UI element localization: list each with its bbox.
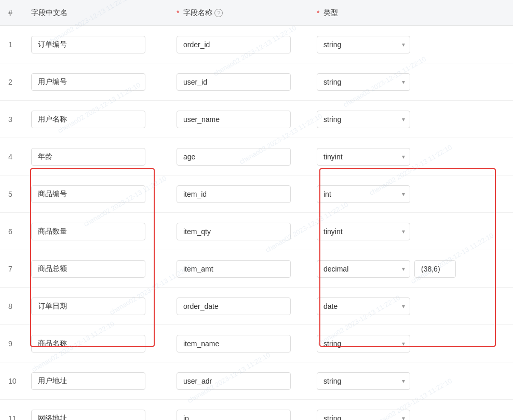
row-index: 1 bbox=[0, 40, 26, 49]
chinese-name-input[interactable] bbox=[31, 148, 145, 166]
type-select-wrapper: stringinttinyintdecimaldate▾ bbox=[317, 335, 410, 353]
field-name-input[interactable] bbox=[177, 73, 291, 91]
field-name-input[interactable] bbox=[177, 335, 291, 353]
type-cell: stringinttinyintdecimaldate▾ bbox=[312, 185, 513, 203]
table-header: # 字段中文名 * 字段名称 ? * 类型 bbox=[0, 0, 513, 26]
type-cell: stringinttinyintdecimaldate▾ bbox=[312, 36, 513, 53]
row-index: 3 bbox=[0, 115, 26, 124]
row-index: 5 bbox=[0, 190, 26, 198]
type-select[interactable]: stringinttinyintdecimaldate bbox=[317, 410, 410, 421]
field-name-cell bbox=[171, 372, 312, 390]
type-cell: stringinttinyintdecimaldate▾ bbox=[312, 111, 513, 128]
chinese-name-input[interactable] bbox=[31, 410, 145, 421]
table-row: 6stringinttinyintdecimaldate▾ bbox=[0, 213, 513, 250]
type-select[interactable]: stringinttinyintdecimaldate bbox=[317, 223, 410, 240]
type-select[interactable]: stringinttinyintdecimaldate bbox=[317, 335, 410, 353]
type-select[interactable]: stringinttinyintdecimaldate bbox=[317, 111, 410, 128]
table-row: 9stringinttinyintdecimaldate▾ bbox=[0, 325, 513, 362]
table-row: 7stringinttinyintdecimaldate▾ bbox=[0, 250, 513, 288]
table-row: 4stringinttinyintdecimaldate▾ bbox=[0, 138, 513, 175]
type-select-wrapper: stringinttinyintdecimaldate▾ bbox=[317, 148, 410, 166]
required-star-field: * bbox=[177, 9, 179, 17]
type-select[interactable]: stringinttinyintdecimaldate bbox=[317, 297, 410, 315]
type-select-wrapper: stringinttinyintdecimaldate▾ bbox=[317, 111, 410, 128]
table-body: 1stringinttinyintdecimaldate▾2stringintt… bbox=[0, 26, 513, 420]
field-name-cell bbox=[171, 335, 312, 353]
row-index: 11 bbox=[0, 414, 26, 421]
row-index: 7 bbox=[0, 265, 26, 273]
chinese-name-cell bbox=[26, 111, 171, 128]
chinese-name-input[interactable] bbox=[31, 260, 145, 278]
type-select[interactable]: stringinttinyintdecimaldate bbox=[317, 372, 410, 390]
type-select-wrapper: stringinttinyintdecimaldate▾ bbox=[317, 297, 410, 315]
field-name-cell bbox=[171, 410, 312, 421]
help-icon[interactable]: ? bbox=[214, 9, 223, 17]
table-row: 5stringinttinyintdecimaldate▾ bbox=[0, 175, 513, 213]
field-name-cell bbox=[171, 148, 312, 166]
type-select-wrapper: stringinttinyintdecimaldate▾ bbox=[317, 185, 410, 203]
chinese-name-input[interactable] bbox=[31, 297, 145, 315]
decimal-param-input[interactable] bbox=[414, 260, 456, 278]
chinese-name-input[interactable] bbox=[31, 372, 145, 390]
field-name-input[interactable] bbox=[177, 260, 291, 278]
field-name-input[interactable] bbox=[177, 297, 291, 315]
chinese-name-input[interactable] bbox=[31, 111, 145, 128]
row-index: 10 bbox=[0, 377, 26, 385]
main-table: chenao02 2023-12-13 11:22:10chenao02 202… bbox=[0, 0, 513, 420]
type-cell: stringinttinyintdecimaldate▾ bbox=[312, 335, 513, 353]
field-name-cell bbox=[171, 185, 312, 203]
type-select-wrapper: stringinttinyintdecimaldate▾ bbox=[317, 223, 410, 240]
type-select[interactable]: stringinttinyintdecimaldate bbox=[317, 36, 410, 53]
chinese-name-input[interactable] bbox=[31, 335, 145, 353]
type-cell: stringinttinyintdecimaldate▾ bbox=[312, 297, 513, 315]
chinese-name-cell bbox=[26, 148, 171, 166]
field-name-input[interactable] bbox=[177, 36, 291, 53]
type-select-wrapper: stringinttinyintdecimaldate▾ bbox=[317, 73, 410, 91]
table-row: 11stringinttinyintdecimaldate▾ bbox=[0, 400, 513, 420]
chinese-name-cell bbox=[26, 297, 171, 315]
row-index: 2 bbox=[0, 78, 26, 86]
chinese-name-cell bbox=[26, 36, 171, 53]
header-field-label: 字段名称 bbox=[183, 8, 212, 18]
field-name-cell bbox=[171, 297, 312, 315]
chinese-name-cell bbox=[26, 73, 171, 91]
type-select[interactable]: stringinttinyintdecimaldate bbox=[317, 73, 410, 91]
field-name-cell bbox=[171, 73, 312, 91]
chinese-name-input[interactable] bbox=[31, 36, 145, 53]
type-select[interactable]: stringinttinyintdecimaldate bbox=[317, 185, 410, 203]
table-row: 3stringinttinyintdecimaldate▾ bbox=[0, 101, 513, 138]
field-name-cell bbox=[171, 223, 312, 240]
table-row: 1stringinttinyintdecimaldate▾ bbox=[0, 26, 513, 63]
chinese-name-input[interactable] bbox=[31, 73, 145, 91]
field-name-input[interactable] bbox=[177, 410, 291, 421]
field-name-cell bbox=[171, 260, 312, 278]
row-index: 8 bbox=[0, 302, 26, 310]
field-name-input[interactable] bbox=[177, 372, 291, 390]
required-star-type: * bbox=[317, 9, 319, 17]
header-index: # bbox=[0, 9, 26, 17]
field-name-input[interactable] bbox=[177, 148, 291, 166]
header-field: * 字段名称 ? bbox=[171, 8, 312, 18]
field-name-input[interactable] bbox=[177, 223, 291, 240]
field-name-cell bbox=[171, 36, 312, 53]
type-select-wrapper: stringinttinyintdecimaldate▾ bbox=[317, 372, 410, 390]
chinese-name-input[interactable] bbox=[31, 185, 145, 203]
type-cell: stringinttinyintdecimaldate▾ bbox=[312, 260, 513, 278]
table-row: 10stringinttinyintdecimaldate▾ bbox=[0, 362, 513, 400]
field-name-input[interactable] bbox=[177, 111, 291, 128]
type-select-wrapper: stringinttinyintdecimaldate▾ bbox=[317, 410, 410, 421]
row-index: 4 bbox=[0, 153, 26, 161]
header-type-label: 类型 bbox=[323, 8, 338, 18]
type-cell: stringinttinyintdecimaldate▾ bbox=[312, 73, 513, 91]
chinese-name-cell bbox=[26, 372, 171, 390]
chinese-name-cell bbox=[26, 335, 171, 353]
type-cell: stringinttinyintdecimaldate▾ bbox=[312, 372, 513, 390]
chinese-name-input[interactable] bbox=[31, 223, 145, 240]
chinese-name-cell bbox=[26, 410, 171, 421]
field-name-cell bbox=[171, 111, 312, 128]
type-select[interactable]: stringinttinyintdecimaldate bbox=[317, 260, 410, 278]
type-select[interactable]: stringinttinyintdecimaldate bbox=[317, 148, 410, 166]
field-name-input[interactable] bbox=[177, 185, 291, 203]
type-select-wrapper: stringinttinyintdecimaldate▾ bbox=[317, 260, 410, 278]
chinese-name-cell bbox=[26, 185, 171, 203]
